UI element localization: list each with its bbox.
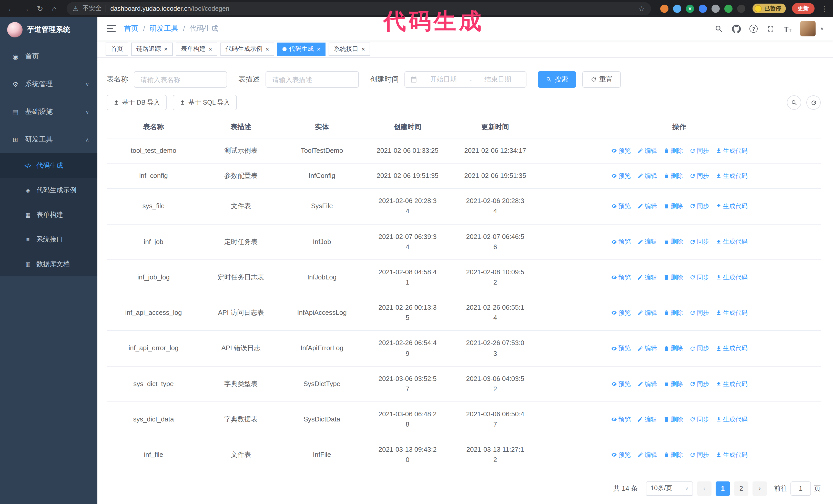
preview-link[interactable]: 预览	[611, 201, 631, 211]
edit-link[interactable]: 编辑	[637, 237, 657, 247]
edit-link[interactable]: 编辑	[637, 308, 657, 318]
delete-link[interactable]: 删除	[663, 171, 683, 181]
sync-link[interactable]: 同步	[689, 308, 709, 318]
tab[interactable]: 表单构建 ×	[176, 42, 217, 56]
extension-icon[interactable]: V	[686, 4, 694, 13]
edit-link[interactable]: 编辑	[637, 344, 657, 353]
tab[interactable]: 代码生成示例 ×	[220, 42, 274, 56]
preview-link[interactable]: 预览	[611, 379, 631, 389]
delete-link[interactable]: 删除	[663, 272, 683, 282]
preview-link[interactable]: 预览	[611, 308, 631, 318]
close-icon[interactable]: ×	[209, 46, 212, 52]
close-icon[interactable]: ×	[361, 46, 365, 52]
generate-code-link[interactable]: 生成代码	[715, 308, 748, 318]
delete-link[interactable]: 删除	[663, 415, 683, 424]
github-icon[interactable]	[732, 24, 741, 33]
import-db-button[interactable]: 基于 DB 导入	[106, 95, 167, 110]
delete-link[interactable]: 删除	[663, 379, 683, 389]
tab[interactable]: 首页 ×	[105, 42, 128, 56]
close-icon[interactable]: ×	[317, 46, 320, 52]
preview-link[interactable]: 预览	[611, 171, 631, 181]
edit-link[interactable]: 编辑	[637, 415, 657, 424]
page-button[interactable]: 1	[716, 481, 730, 496]
generate-code-link[interactable]: 生成代码	[715, 171, 748, 181]
delete-link[interactable]: 删除	[663, 344, 683, 353]
close-icon[interactable]: ×	[265, 46, 269, 52]
tab[interactable]: 链路追踪 ×	[131, 42, 173, 56]
preview-link[interactable]: 预览	[611, 237, 631, 247]
bookmark-star-icon[interactable]: ☆	[639, 4, 645, 13]
breadcrumb-home[interactable]: 首页	[124, 24, 138, 33]
sidebar-subitem[interactable]: ◈ 代码生成示例	[0, 178, 97, 202]
extension-icon[interactable]	[660, 4, 668, 13]
sync-link[interactable]: 同步	[689, 379, 709, 389]
toggle-search-button[interactable]	[787, 95, 801, 110]
url-bar[interactable]: ⚠ 不安全 dashboard.yudao.iocoder.cn/tool/co…	[67, 2, 651, 15]
tab[interactable]: 系统接口 ×	[329, 42, 370, 56]
extension-icon[interactable]	[673, 4, 681, 13]
back-icon[interactable]: ←	[5, 2, 18, 15]
edit-link[interactable]: 编辑	[637, 171, 657, 181]
forward-icon[interactable]: →	[20, 2, 32, 15]
sync-link[interactable]: 同步	[689, 171, 709, 181]
import-sql-button[interactable]: 基于 SQL 导入	[173, 95, 237, 110]
goto-page-input[interactable]	[790, 481, 811, 496]
breadcrumb-devtools[interactable]: 研发工具	[150, 24, 178, 33]
preview-link[interactable]: 预览	[611, 415, 631, 424]
prev-page-button[interactable]: ‹	[697, 481, 712, 496]
extension-icon[interactable]	[724, 4, 733, 13]
sync-link[interactable]: 同步	[689, 201, 709, 211]
sidebar-item[interactable]: ▤ 基础设施 ∨	[0, 98, 97, 126]
search-button[interactable]: 搜索	[538, 71, 576, 88]
generate-code-link[interactable]: 生成代码	[715, 450, 748, 460]
sync-link[interactable]: 同步	[689, 450, 709, 460]
sync-link[interactable]: 同步	[689, 146, 709, 155]
table-desc-input[interactable]	[265, 71, 359, 88]
sync-link[interactable]: 同步	[689, 272, 709, 282]
edit-link[interactable]: 编辑	[637, 379, 657, 389]
sidebar-subitem[interactable]: ≡ 系统接口	[0, 227, 97, 252]
home-icon[interactable]: ⌂	[48, 2, 61, 15]
page-button[interactable]: 2	[734, 481, 748, 496]
extension-icon[interactable]	[712, 4, 720, 13]
font-size-icon[interactable]: TT	[784, 24, 792, 33]
paused-badge[interactable]: 已暂停	[753, 4, 786, 13]
avatar-caret-icon[interactable]: ∨	[820, 26, 824, 31]
generate-code-link[interactable]: 生成代码	[715, 146, 748, 155]
edit-link[interactable]: 编辑	[637, 450, 657, 460]
edit-link[interactable]: 编辑	[637, 146, 657, 155]
delete-link[interactable]: 删除	[663, 201, 683, 211]
browser-menu-icon[interactable]: ⋮	[821, 4, 828, 13]
edit-link[interactable]: 编辑	[637, 201, 657, 211]
update-button[interactable]: 更新	[792, 3, 814, 14]
table-name-input[interactable]	[134, 71, 227, 88]
delete-link[interactable]: 删除	[663, 146, 683, 155]
generate-code-link[interactable]: 生成代码	[715, 201, 748, 211]
sidebar-subitem[interactable]: ▥ 数据库文档	[0, 252, 97, 277]
preview-link[interactable]: 预览	[611, 272, 631, 282]
delete-link[interactable]: 删除	[663, 237, 683, 247]
tab[interactable]: 代码生成 ×	[277, 42, 326, 56]
generate-code-link[interactable]: 生成代码	[715, 344, 748, 353]
hamburger-icon[interactable]	[106, 25, 116, 32]
fullscreen-icon[interactable]	[766, 24, 775, 33]
preview-link[interactable]: 预览	[611, 146, 631, 155]
sync-link[interactable]: 同步	[689, 415, 709, 424]
sync-link[interactable]: 同步	[689, 237, 709, 247]
reload-icon[interactable]: ↻	[34, 2, 46, 15]
delete-link[interactable]: 删除	[663, 308, 683, 318]
sidebar-subitem[interactable]: ▦ 表单构建	[0, 202, 97, 227]
extension-icon[interactable]	[737, 4, 745, 13]
user-avatar[interactable]	[801, 21, 816, 37]
close-icon[interactable]: ×	[164, 46, 168, 52]
date-range-picker[interactable]: 开始日期 - 结束日期	[404, 71, 526, 88]
delete-link[interactable]: 删除	[663, 450, 683, 460]
generate-code-link[interactable]: 生成代码	[715, 272, 748, 282]
refresh-table-button[interactable]	[806, 95, 821, 110]
search-icon[interactable]	[715, 24, 723, 33]
sidebar-item[interactable]: ⚙ 系统管理 ∨	[0, 70, 97, 98]
edit-link[interactable]: 编辑	[637, 272, 657, 282]
sidebar-subitem[interactable]: </> 代码生成	[0, 153, 97, 178]
sync-link[interactable]: 同步	[689, 344, 709, 353]
logo[interactable]: 芋道管理系统	[0, 17, 97, 43]
